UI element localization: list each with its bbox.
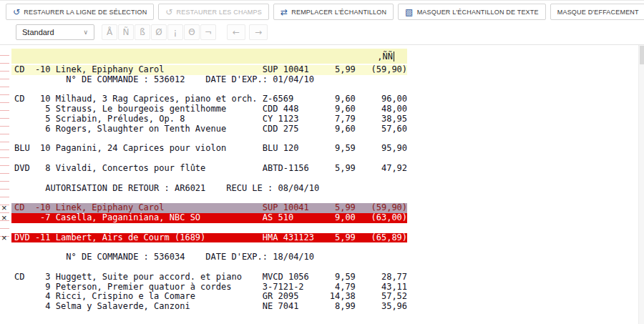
arrow-right-button[interactable]: →	[249, 24, 268, 40]
replace-sample-label: REMPLACER L'ÉCHANTILLON	[291, 9, 386, 16]
order-item-row[interactable]: CD 10 Milhaud, 3 Rag Caprices, piano et …	[11, 94, 407, 104]
order-item-row[interactable]: 4 Selma y Salaverde, Canzoni NE 7041 8,9…	[11, 302, 407, 312]
scrollbar-thumb[interactable]	[640, 46, 644, 64]
blank-row	[11, 174, 407, 184]
order-item-row[interactable]: 9 Peterson, Premier quatuor à cordes 3-7…	[11, 283, 407, 293]
erase-mask-label: MASQUE D'EFFACEMENT	[557, 9, 639, 16]
restore-fields-button[interactable]: ↺ RESTAURER LES CHAMPS	[158, 4, 269, 20]
blank-row	[11, 134, 407, 144]
arrow-left-button[interactable]: ←	[227, 24, 245, 40]
document-lines: CD -10 Linek, Epiphany Carol SUP 10041 5…	[11, 65, 407, 312]
order-item-row[interactable]: DVD 8 Vivaldi, Concertos pour flûte ABTD…	[11, 164, 407, 174]
order-item-row[interactable]: CD -10 Linek, Epiphany Carol SUP 10041 5…	[11, 203, 407, 213]
chevron-down-icon: ∨	[83, 29, 88, 36]
restore-fields-label: RESTAURER LES CHAMPS	[177, 9, 262, 16]
order-item-row[interactable]: -7 Casella, Paganiniana, NBC SO AS 510 9…	[11, 213, 407, 223]
deleted-row-marker: ×	[1, 213, 7, 223]
character-toolbar: Standard ∨ Å Ñ ß Ø ¡ Θ ¬ ← →	[16, 24, 268, 40]
order-info-row[interactable]: N° DE COMMANDE : 536012 DATE D'EXP.: 01/…	[11, 75, 407, 85]
restore-line-icon: ↺	[13, 8, 20, 16]
replace-sample-icon: ⇄	[280, 8, 288, 16]
order-item-row[interactable]: 5 Scriabin, Préludes, Op. 8 CY 1123 7,79…	[11, 114, 407, 124]
special-char-button-not-sign[interactable]: ¬	[200, 24, 216, 40]
blank-row	[11, 223, 407, 233]
style-select-value: Standard	[22, 28, 54, 36]
special-char-button-n-tilde[interactable]: Ñ	[118, 24, 134, 40]
special-char-button-inverted-exclamation[interactable]: ¡	[167, 24, 183, 40]
field-editor-value: ,ÑÑ	[377, 51, 393, 62]
mask-text-sample-label: MASQUER L'ÉCHANTILLON DE TEXTE	[417, 9, 539, 16]
order-item-row[interactable]: 5 Strauss, Le bourgeois gentilhomme CDD …	[11, 104, 407, 114]
order-item-row[interactable]: CD -10 Linek, Epiphany Carol SUP 10041 5…	[11, 65, 407, 75]
vertical-scrollbar[interactable]	[638, 45, 644, 324]
order-item-row[interactable]: BLU 10 Paganini, 24 Caprices pour violon…	[11, 144, 407, 154]
erase-mask-dropdown-button[interactable]: MASQUE D'EFFACEMENT ∨	[550, 4, 644, 20]
replace-sample-button[interactable]: ⇄ REMPLACER L'ÉCHANTILLON	[273, 4, 394, 20]
order-item-row[interactable]: CD 3 Huggett, Suite pour accord. et pian…	[11, 273, 407, 283]
restore-fields-icon: ↺	[165, 8, 172, 16]
restore-selection-line-button[interactable]: ↺ RESTAURER LA LIGNE DE SÉLECTION	[6, 4, 154, 20]
order-info-row[interactable]: AUTORISATION DE RETOUR : AR6021 RECU LE …	[11, 184, 407, 194]
blank-row	[11, 242, 407, 252]
order-item-row[interactable]: DVD -11 Lambert, Airs de Courm (1689) HM…	[11, 233, 407, 243]
order-info-row[interactable]: N° DE COMMANDE : 536034 DATE D'EXP.: 18/…	[11, 252, 407, 262]
restore-selection-line-label: RESTAURER LA LIGNE DE SÉLECTION	[24, 9, 147, 16]
main-toolbar: ↺ RESTAURER LA LIGNE DE SÉLECTION ↺ REST…	[6, 4, 644, 20]
order-item-row[interactable]: 6 Rogers, Slaughter on Tenth Avenue CDD …	[11, 124, 407, 134]
style-select[interactable]: Standard ∨	[16, 24, 94, 40]
toolbar-divider	[0, 44, 644, 45]
field-editor[interactable]: ,ÑÑ	[11, 49, 407, 64]
verification-window: ↺ RESTAURER LA LIGNE DE SÉLECTION ↺ REST…	[0, 0, 644, 324]
special-char-button-a-ring[interactable]: Å	[102, 24, 117, 40]
blank-row	[11, 262, 407, 273]
blank-row	[11, 154, 407, 164]
order-item-row[interactable]: 4 Ricci, Crispino e la Comare GR 2095 14…	[11, 292, 407, 302]
mask-sample-icon: ▧	[405, 8, 414, 16]
delete-markers: ×××	[1, 65, 11, 323]
mask-text-sample-button[interactable]: ▧ MASQUER L'ÉCHANTILLON DE TEXTE	[398, 4, 546, 20]
blank-row	[11, 85, 407, 95]
deleted-row-marker: ×	[1, 233, 7, 243]
special-char-button-o-slash[interactable]: Ø	[151, 24, 167, 40]
special-char-button-eszett[interactable]: ß	[135, 24, 150, 40]
special-char-button-theta[interactable]: Θ	[184, 24, 200, 40]
deleted-row-marker: ×	[1, 203, 7, 213]
text-cursor	[394, 51, 394, 62]
blank-row	[11, 193, 407, 203]
